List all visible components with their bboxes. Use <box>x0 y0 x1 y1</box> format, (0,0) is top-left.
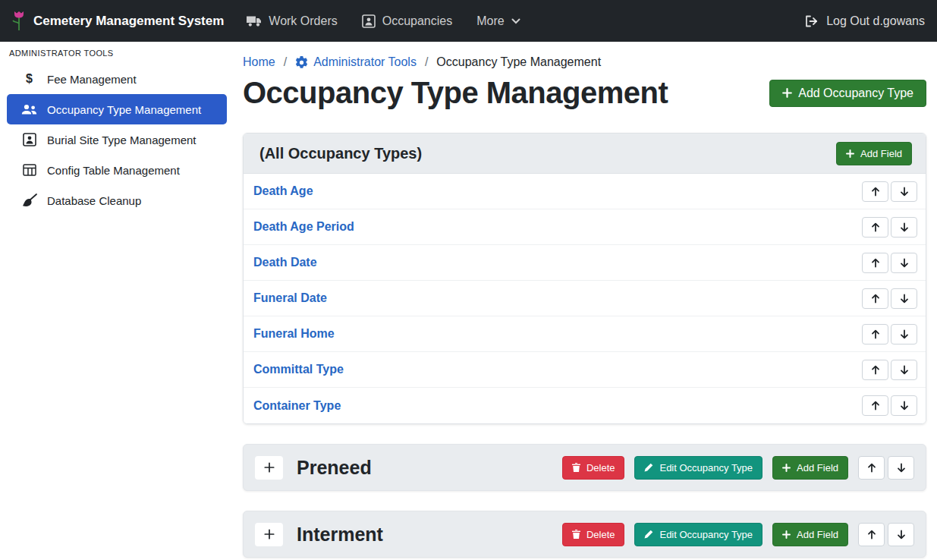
move-down-button[interactable] <box>891 181 917 202</box>
sidebar-item-label: Burial Site Type Management <box>47 134 197 146</box>
sidebar-item-burial-site-type-management[interactable]: Burial Site Type Management <box>7 124 227 155</box>
edit-label: Edit Occupancy Type <box>659 529 753 540</box>
users-icon <box>21 104 37 115</box>
move-down-button[interactable] <box>891 288 917 309</box>
add-field-label: Add Field <box>860 148 902 159</box>
field-row: Death Date <box>244 245 926 281</box>
arrow-up-icon <box>867 463 876 473</box>
all-types-card-title: (All Occupancy Types) <box>259 145 422 162</box>
expand-button[interactable] <box>255 523 283 546</box>
arrow-down-icon <box>900 329 909 339</box>
reorder-controls <box>858 523 914 546</box>
plus-icon <box>782 88 792 98</box>
arrow-down-icon <box>897 530 906 540</box>
all-types-card: (All Occupancy Types) Add Field Death Ag… <box>243 133 926 424</box>
move-down-button[interactable] <box>888 523 914 546</box>
sidebar-item-label: Config Table Management <box>47 164 180 177</box>
field-row: Funeral Date <box>244 281 926 316</box>
edit-occupancy-type-button[interactable]: Edit Occupancy Type <box>634 456 762 480</box>
delete-button[interactable]: Delete <box>562 456 625 480</box>
reorder-controls <box>862 395 917 416</box>
logout-icon <box>805 15 819 27</box>
reorder-controls <box>862 217 917 238</box>
move-down-button[interactable] <box>891 253 917 273</box>
chevron-down-icon <box>511 18 520 24</box>
edit-occupancy-type-button[interactable]: Edit Occupancy Type <box>634 523 762 546</box>
sidebar-item-label: Occupancy Type Management <box>47 103 201 116</box>
logout-link[interactable]: Log Out d.gowans <box>805 14 925 28</box>
breadcrumb-admin-label: Administrator Tools <box>313 55 417 69</box>
app-brand[interactable]: Cemetery Management System <box>12 11 224 31</box>
move-down-button[interactable] <box>888 456 914 480</box>
field-link[interactable]: Death Age Period <box>253 220 354 234</box>
nav-occupancies[interactable]: Occupancies <box>362 14 453 28</box>
move-down-button[interactable] <box>891 360 917 380</box>
pencil-icon <box>644 463 653 472</box>
field-row: Death Age <box>244 174 926 209</box>
move-down-button[interactable] <box>891 324 917 344</box>
move-up-button[interactable] <box>862 181 888 202</box>
breadcrumb-administrator-tools[interactable]: Administrator Tools <box>295 55 417 69</box>
move-down-button[interactable] <box>891 217 917 238</box>
occupancy-type-title: Preneed <box>297 457 372 479</box>
field-link[interactable]: Death Age <box>253 184 313 198</box>
arrow-down-icon <box>900 258 909 268</box>
plus-icon <box>782 530 791 539</box>
occupancy-type-bar-preneed: Preneed Delete Edit Occupancy Type <box>243 444 926 491</box>
move-up-button[interactable] <box>858 523 885 546</box>
sidebar-item-config-table-management[interactable]: Config Table Management <box>7 155 227 185</box>
nav-more[interactable]: More <box>476 14 520 28</box>
page-title: Occupancy Type Management <box>243 76 668 110</box>
breadcrumb-current: Occupancy Type Management <box>436 55 601 69</box>
field-link[interactable]: Funeral Home <box>253 327 335 341</box>
sidebar-item-database-cleanup[interactable]: Database Cleanup <box>7 185 227 216</box>
move-up-button[interactable] <box>862 324 888 344</box>
main-nav: Work Orders Occupancies More <box>247 14 520 28</box>
expand-button[interactable] <box>255 456 283 480</box>
nav-work-orders-label: Work Orders <box>269 14 337 28</box>
arrow-up-icon <box>871 401 880 411</box>
top-navbar: Cemetery Management System Work Orders O… <box>0 0 937 42</box>
delete-button[interactable]: Delete <box>562 523 625 546</box>
field-link[interactable]: Funeral Date <box>253 291 327 305</box>
plus-icon <box>782 464 791 472</box>
logout-label: Log Out d.gowans <box>826 14 925 28</box>
bar-actions: Delete Edit Occupancy Type Add Field <box>562 456 914 480</box>
reorder-controls <box>858 456 914 480</box>
add-field-button[interactable]: Add Field <box>772 456 848 480</box>
plus-icon <box>846 149 854 158</box>
move-up-button[interactable] <box>862 217 888 238</box>
field-link[interactable]: Death Date <box>253 256 317 269</box>
move-up-button[interactable] <box>862 360 888 380</box>
arrow-up-icon <box>871 294 880 304</box>
move-up-button[interactable] <box>858 456 885 480</box>
sidebar-item-label: Fee Management <box>47 73 137 86</box>
sidebar-item-occupancy-type-management[interactable]: Occupancy Type Management <box>7 94 227 124</box>
nav-work-orders[interactable]: Work Orders <box>247 14 337 28</box>
add-occupancy-type-button[interactable]: Add Occupancy Type <box>769 80 926 107</box>
breadcrumb-home[interactable]: Home <box>243 55 275 69</box>
arrow-down-icon <box>900 222 909 232</box>
add-field-button[interactable]: Add Field <box>772 523 848 546</box>
move-up-button[interactable] <box>862 395 888 416</box>
field-link[interactable]: Committal Type <box>253 363 344 376</box>
brand-label: Cemetery Management System <box>33 14 224 29</box>
gear-icon <box>295 56 308 69</box>
reorder-controls <box>862 253 917 273</box>
arrow-up-icon <box>871 329 880 339</box>
reorder-controls <box>862 324 917 344</box>
reorder-controls <box>862 288 917 309</box>
move-down-button[interactable] <box>891 395 917 416</box>
sidebar-item-fee-management[interactable]: $ Fee Management <box>7 64 227 94</box>
bar-actions: Delete Edit Occupancy Type Add Field <box>562 523 914 546</box>
pencil-icon <box>644 530 653 539</box>
arrow-down-icon <box>900 294 909 304</box>
table-icon <box>21 164 37 176</box>
move-up-button[interactable] <box>862 288 888 309</box>
person-box-icon <box>362 14 376 28</box>
add-field-button[interactable]: Add Field <box>836 142 912 165</box>
field-link[interactable]: Container Type <box>253 399 341 413</box>
reorder-controls <box>862 181 917 202</box>
move-up-button[interactable] <box>862 253 888 273</box>
arrow-up-icon <box>871 365 880 375</box>
